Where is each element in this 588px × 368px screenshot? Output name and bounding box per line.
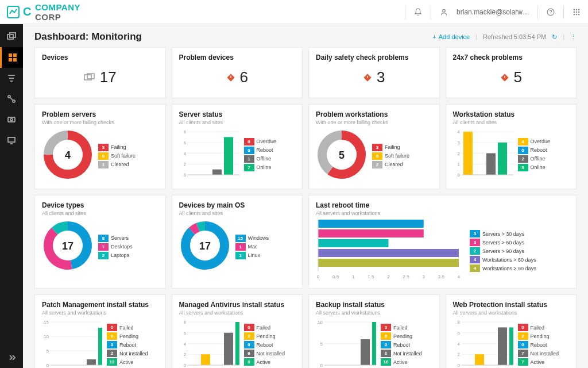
- refreshed-label: Refreshed 5:03:54 PM: [483, 33, 546, 40]
- legend-badge: 0: [107, 332, 117, 340]
- card-title: Device types: [42, 201, 158, 209]
- legend: 3Servers > 30 days3Servers > 60 days2Ser…: [470, 230, 536, 272]
- sidebar-expand[interactable]: [0, 347, 23, 368]
- legend: 3Failing0Soft failure1Cleared: [98, 144, 136, 168]
- card-backup[interactable]: Backup install statusAll servers and wor…: [308, 294, 440, 368]
- legend-label: Not installed: [119, 351, 148, 356]
- sidebar-item-search[interactable]: [0, 109, 23, 130]
- kpi-title: Devices: [42, 53, 158, 62]
- legend-item: 0Soft failure: [98, 152, 136, 160]
- sidebar-item-nodes[interactable]: [0, 89, 23, 109]
- card-antivirus[interactable]: Managed Antivirus install statusAll serv…: [172, 294, 303, 368]
- card-device-types[interactable]: Device typesAll clients and sites178Serv…: [34, 195, 166, 289]
- card-workstation-status[interactable]: Workstation statusAll clients and sites0…: [446, 104, 577, 189]
- divider: [405, 5, 405, 19]
- legend: 0Failed0Pending0Reboot2Not installed13Ac…: [107, 324, 148, 366]
- devices-icon: [84, 73, 95, 82]
- legend-item: 3Failing: [98, 144, 136, 151]
- divider: |: [563, 33, 564, 40]
- legend-item: 0Reboot: [518, 341, 559, 348]
- legend-badge: 3: [470, 239, 480, 246]
- legend-badge: 7: [98, 243, 109, 251]
- apps-icon[interactable]: [572, 7, 581, 17]
- legend-badge: 2: [107, 350, 117, 357]
- card-problem-workstations[interactable]: Problem workstationsWith one or more fai…: [308, 104, 440, 189]
- svg-text:2: 2: [183, 352, 186, 357]
- svg-text:15: 15: [44, 320, 49, 325]
- card-webprot[interactable]: Web Protection install statusAll servers…: [446, 294, 577, 368]
- svg-rect-127: [475, 354, 484, 365]
- legend-label: Not installed: [257, 351, 285, 356]
- user-name[interactable]: brian.mackie@solarw…: [457, 8, 529, 16]
- legend-item: 0Failed: [107, 324, 148, 331]
- legend-label: Workstations > 60 days: [482, 257, 536, 263]
- svg-text:5: 5: [320, 342, 323, 347]
- svg-text:6: 6: [457, 331, 460, 336]
- legend-item: 2Pending: [244, 332, 285, 340]
- svg-rect-17: [13, 58, 17, 62]
- logo: C COMPANYCORP: [7, 2, 80, 22]
- card-reboot[interactable]: Last reboot timeAll servers and workstat…: [308, 195, 577, 289]
- legend: 0Failed2Pending0Reboot6Not installed8Act…: [244, 324, 285, 366]
- legend-item: 0Failed: [381, 324, 422, 331]
- bar-chart: 02468: [179, 319, 239, 368]
- svg-rect-9: [574, 13, 575, 14]
- legend-label: Offline: [257, 156, 272, 162]
- legend-item: 0Reboot: [244, 341, 285, 348]
- legend-badge: 0: [381, 341, 391, 348]
- kpi-devices[interactable]: Devices 17: [34, 47, 166, 98]
- svg-text:3.5: 3.5: [438, 274, 445, 279]
- legend-label: Active: [119, 359, 134, 365]
- svg-rect-59: [318, 220, 424, 228]
- sidebar-item-overview[interactable]: [0, 26, 23, 47]
- card-server-status[interactable]: Server statusAll clients and sites024680…: [172, 104, 303, 189]
- legend-badge: 0: [518, 147, 528, 154]
- sidebar-item-monitor[interactable]: [0, 130, 23, 151]
- legend-label: Reboot: [119, 342, 136, 348]
- svg-rect-6: [574, 11, 575, 12]
- legend-label: Not installed: [393, 351, 422, 356]
- kpi-problem-devices[interactable]: Problem devices 6: [172, 47, 303, 98]
- svg-text:4: 4: [183, 342, 186, 347]
- sidebar-item-dashboard[interactable]: [0, 47, 23, 68]
- sidebar-item-filter[interactable]: [0, 68, 23, 89]
- legend-item: 0Reboot: [518, 147, 551, 154]
- svg-rect-85: [87, 359, 96, 365]
- svg-text:17: 17: [199, 240, 210, 252]
- refresh-icon[interactable]: ↻: [552, 33, 557, 41]
- card-devices-os[interactable]: Devices by main OSAll clients and sites1…: [172, 195, 303, 289]
- svg-rect-113: [361, 339, 370, 365]
- svg-rect-54: [486, 154, 496, 175]
- svg-rect-114: [372, 322, 376, 365]
- legend-badge: 7: [518, 350, 528, 357]
- svg-text:8: 8: [183, 320, 186, 325]
- legend-badge: 0: [98, 152, 109, 160]
- card-problem-servers[interactable]: Problem serversWith one or more failing …: [34, 104, 166, 189]
- card-title: Server status: [179, 110, 296, 118]
- legend-item: 7Desktops: [98, 243, 133, 251]
- legend: 15Windows1Mac1Linux: [235, 235, 269, 259]
- kpi-title: 24x7 check problems: [453, 53, 570, 62]
- svg-rect-8: [578, 11, 579, 12]
- svg-rect-14: [9, 53, 12, 57]
- legend-badge: 2: [244, 332, 254, 340]
- more-icon[interactable]: ⋮: [570, 33, 577, 41]
- svg-text:2: 2: [457, 151, 460, 156]
- help-icon[interactable]: [546, 7, 555, 17]
- card-patch[interactable]: Patch Management install statusAll serve…: [34, 294, 166, 368]
- donut-chart: 4: [42, 129, 94, 181]
- kpi-247[interactable]: 24x7 check problems 5: [446, 47, 577, 98]
- content: Dashboard: Monitoring +Add device | Refr…: [23, 24, 588, 368]
- bell-icon[interactable]: [413, 7, 423, 17]
- sidebar: [0, 24, 23, 368]
- legend-badge: 10: [381, 358, 391, 366]
- legend-label: Offline: [531, 156, 546, 162]
- legend-badge: 13: [107, 358, 117, 366]
- legend-badge: 1: [235, 252, 246, 259]
- svg-rect-22: [8, 137, 15, 142]
- donut-chart: 17: [42, 220, 94, 271]
- kpi-daily[interactable]: Daily safety check problems 3: [308, 47, 440, 98]
- legend-badge: 0: [244, 341, 254, 348]
- legend-item: 3Servers > 60 days: [470, 239, 536, 246]
- add-device-button[interactable]: +Add device: [432, 33, 470, 40]
